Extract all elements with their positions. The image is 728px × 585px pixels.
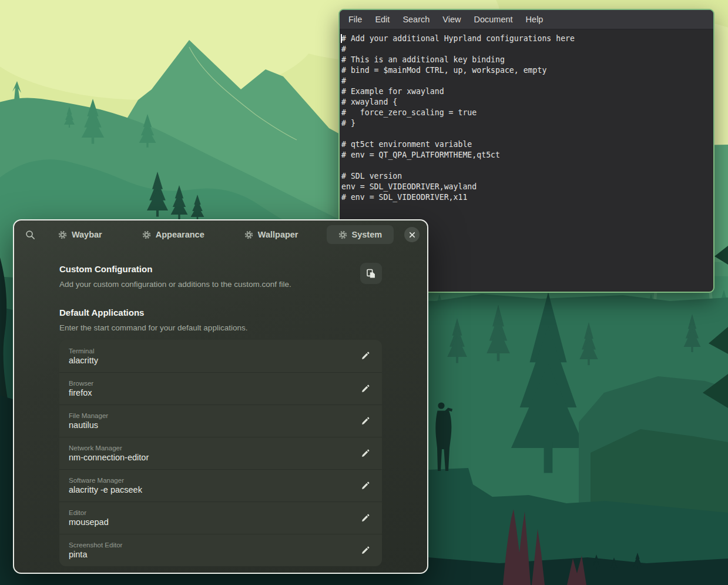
menu-file[interactable]: File	[342, 11, 368, 28]
pencil-icon	[360, 416, 370, 426]
app-value: firefox	[69, 388, 356, 397]
pencil-icon	[360, 481, 370, 491]
app-row-software-manager: Software Manager alacritty -e pacseek	[59, 469, 382, 502]
tab-system[interactable]: System	[327, 225, 394, 244]
copy-file-icon	[365, 268, 377, 279]
close-button[interactable]	[404, 227, 420, 242]
section-title: Custom Configuration	[59, 264, 291, 274]
menu-document[interactable]: Document	[468, 11, 519, 28]
tab-appearance[interactable]: Appearance	[130, 225, 216, 244]
app-value: nautilus	[69, 420, 356, 430]
app-value: alacritty	[69, 356, 356, 365]
editor-menubar: File Edit Search View Document Help	[340, 10, 713, 29]
pencil-icon	[360, 384, 370, 394]
section-custom-configuration: Custom Configuration Add your custom con…	[59, 264, 382, 289]
app-label: Screenshot Editor	[69, 541, 356, 549]
edit-browser-button[interactable]	[356, 380, 374, 397]
tab-label: Waybar	[72, 230, 102, 239]
app-value: nm-connection-editor	[69, 453, 356, 462]
edit-file-manager-button[interactable]	[356, 412, 374, 430]
edit-software-manager-button[interactable]	[356, 477, 374, 494]
app-label: File Manager	[69, 412, 356, 419]
edit-network-manager-button[interactable]	[356, 444, 374, 462]
menu-search[interactable]: Search	[396, 11, 436, 28]
app-label: Editor	[69, 509, 356, 516]
tab-waybar[interactable]: Waybar	[46, 225, 114, 244]
app-value: mousepad	[69, 517, 356, 527]
open-custom-conf-button[interactable]	[360, 263, 382, 284]
gear-icon	[338, 230, 347, 239]
menu-edit[interactable]: Edit	[368, 11, 396, 28]
dialog-body: Custom Configuration Add your custom con…	[14, 249, 427, 566]
gear-icon	[142, 230, 151, 239]
tab-bar: Waybar Appearance	[36, 225, 404, 244]
tab-label: System	[352, 230, 383, 239]
pencil-icon	[360, 513, 370, 523]
section-default-applications: Default Applications Enter the start com…	[59, 307, 382, 332]
app-row-browser: Browser firefox	[59, 372, 382, 405]
edit-terminal-button[interactable]	[356, 347, 374, 365]
dialog-header: Waybar Appearance	[14, 220, 427, 249]
text-cursor	[341, 34, 342, 43]
pencil-icon	[360, 546, 370, 556]
app-label: Software Manager	[69, 477, 356, 484]
gear-icon	[58, 230, 67, 239]
app-row-screenshot-editor: Screenshot Editor pinta	[59, 534, 382, 566]
app-row-terminal: Terminal alacritty	[59, 340, 382, 372]
close-icon	[409, 232, 415, 238]
pencil-icon	[360, 449, 370, 459]
app-row-file-manager: File Manager nautilus	[59, 405, 382, 437]
search-icon[interactable]	[25, 229, 36, 240]
menu-help[interactable]: Help	[519, 11, 550, 28]
app-row-network-manager: Network Manager nm-connection-editor	[59, 437, 382, 469]
app-label: Network Manager	[69, 444, 356, 452]
section-subtitle: Enter the start command for your default…	[59, 323, 382, 332]
pencil-icon	[360, 351, 370, 361]
gear-icon	[244, 230, 253, 239]
section-title: Default Applications	[59, 307, 382, 317]
default-apps-list: Terminal alacritty Browser firefox	[59, 340, 382, 566]
edit-editor-button[interactable]	[356, 509, 374, 527]
tab-wallpaper[interactable]: Wallpaper	[233, 225, 310, 244]
editor-content: # Add your additional Hyprland configura…	[341, 34, 711, 203]
desktop: File Edit Search View Document Help # Ad…	[0, 0, 728, 585]
tab-label: Wallpaper	[258, 230, 298, 239]
app-label: Browser	[69, 380, 356, 387]
app-value: alacritty -e pacseek	[69, 485, 356, 494]
app-label: Terminal	[69, 347, 356, 355]
settings-dialog: Waybar Appearance	[13, 219, 428, 574]
tab-label: Appearance	[156, 230, 204, 239]
edit-screenshot-editor-button[interactable]	[356, 541, 374, 559]
menu-view[interactable]: View	[436, 11, 467, 28]
app-row-editor: Editor mousepad	[59, 502, 382, 534]
section-subtitle: Add your custom configuration or additio…	[59, 280, 291, 289]
app-value: pinta	[69, 550, 356, 559]
